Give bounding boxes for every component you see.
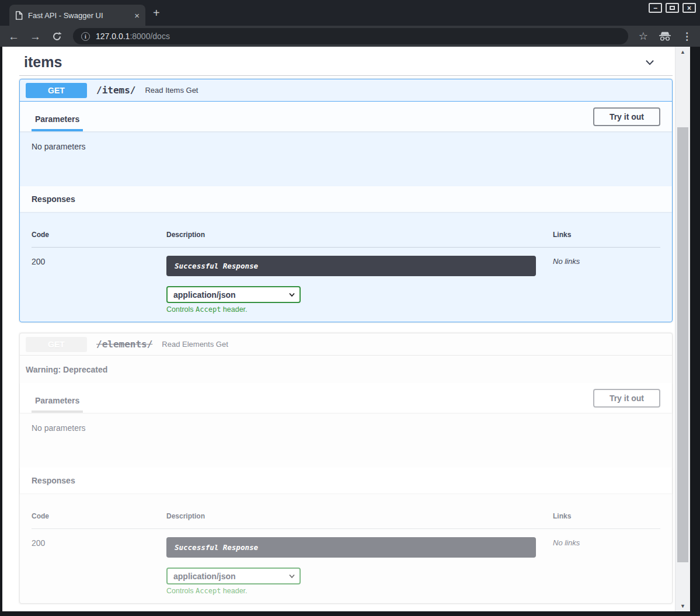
responses-table: Code Description Links 200 Successful Re… — [20, 493, 672, 603]
new-tab-button[interactable]: + — [153, 7, 160, 19]
deprecated-warning: Warning: Deprecated — [20, 356, 672, 383]
accept-header-note: Controls Accept header. — [166, 305, 553, 314]
opblock-summary[interactable]: GET /elements/ Read Elements Get — [20, 333, 672, 356]
scroll-up-icon[interactable]: ▲ — [675, 47, 690, 57]
no-parameters-text: No parameters — [20, 131, 672, 186]
back-button[interactable]: ← — [8, 31, 19, 42]
endpoint-path[interactable]: /elements/ — [96, 339, 152, 350]
http-method-badge: GET — [26, 337, 87, 352]
opblock-get-items: GET /items/ Read Items Get Parameters Tr… — [19, 79, 673, 322]
minimize-button[interactable]: − — [649, 3, 662, 13]
tab-close-icon[interactable]: × — [134, 11, 140, 20]
page-viewport: items GET /items/ Read Items Get Paramet… — [2, 47, 690, 611]
incognito-icon — [659, 32, 671, 41]
col-description: Description — [166, 231, 553, 239]
col-code: Code — [32, 231, 166, 239]
tab-title: Fast API - Swagger UI — [28, 11, 129, 20]
response-row-200: 200 Successful Response application/json… — [32, 529, 660, 595]
page-favicon-icon — [15, 11, 23, 20]
response-description-cell: Successful Response application/json Con… — [166, 538, 553, 595]
media-type-wrap: application/json — [166, 568, 301, 584]
tag-title: items — [24, 54, 62, 71]
try-it-out-button[interactable]: Try it out — [593, 107, 660, 126]
col-description: Description — [166, 512, 553, 520]
response-description: Successful Response — [166, 537, 536, 558]
responses-table: Code Description Links 200 Successful Re… — [20, 212, 672, 322]
bookmark-star-icon[interactable]: ☆ — [639, 30, 648, 43]
maximize-icon — [670, 6, 675, 10]
parameters-header: Parameters Try it out — [20, 102, 672, 131]
opblock-get-elements-deprecated: GET /elements/ Read Elements Get Warning… — [19, 333, 673, 604]
endpoint-summary: Read Elements Get — [162, 340, 228, 349]
close-window-button[interactable]: × — [682, 3, 696, 13]
browser-menu-icon[interactable]: ⋮ — [682, 30, 692, 43]
endpoint-path[interactable]: /items/ — [96, 85, 135, 96]
media-type-select[interactable]: application/json — [166, 286, 301, 303]
opblock-summary[interactable]: GET /items/ Read Items Get — [20, 79, 672, 102]
tab-parameters[interactable]: Parameters — [32, 114, 83, 131]
endpoint-summary: Read Items Get — [145, 86, 198, 95]
scrollbar-thumb[interactable] — [677, 127, 688, 562]
response-code: 200 — [32, 257, 166, 314]
responses-table-head: Code Description Links — [32, 512, 660, 529]
window-controls: − × — [649, 3, 696, 13]
response-description: Successful Response — [166, 256, 536, 276]
col-code: Code — [32, 512, 166, 520]
response-links: No links — [553, 538, 660, 595]
site-info-icon[interactable]: i — [81, 32, 90, 41]
http-method-badge: GET — [26, 83, 87, 98]
responses-table-head: Code Description Links — [32, 231, 660, 248]
forward-button[interactable]: → — [30, 31, 41, 42]
scroll-down-icon[interactable]: ▼ — [675, 601, 690, 611]
collapse-chevron-icon[interactable] — [643, 56, 656, 69]
response-description-cell: Successful Response application/json Con… — [166, 257, 553, 314]
swagger-ui: items GET /items/ Read Items Get Paramet… — [2, 47, 675, 611]
no-parameters-text: No parameters — [20, 413, 672, 468]
parameters-header: Parameters Try it out — [20, 383, 672, 413]
url-host: 127.0.0.1 — [96, 32, 130, 41]
col-links: Links — [553, 231, 660, 239]
try-it-out-button[interactable]: Try it out — [593, 389, 660, 408]
address-bar[interactable]: i 127.0.0.1:8000/docs — [73, 28, 628, 44]
response-code: 200 — [32, 538, 166, 595]
page-scrollbar[interactable]: ▲ ▼ — [675, 47, 690, 611]
media-type-wrap: application/json — [166, 286, 301, 303]
browser-toolbar: ← → i 127.0.0.1:8000/docs ☆ ⋮ — [0, 26, 700, 47]
response-row-200: 200 Successful Response application/json… — [32, 248, 660, 314]
media-type-select[interactable]: application/json — [166, 568, 301, 584]
responses-header: Responses — [20, 186, 672, 212]
tag-section-header[interactable]: items — [19, 51, 673, 76]
url-text: 127.0.0.1:8000/docs — [96, 32, 170, 41]
url-path: :8000/docs — [130, 32, 170, 41]
col-links: Links — [553, 512, 660, 520]
accept-header-note: Controls Accept header. — [166, 587, 553, 595]
maximize-button[interactable] — [666, 3, 679, 13]
responses-header: Responses — [20, 468, 672, 493]
browser-tab[interactable]: Fast API - Swagger UI × — [9, 5, 145, 26]
browser-titlebar: Fast API - Swagger UI × + − × — [0, 0, 700, 26]
response-links: No links — [553, 257, 660, 314]
tab-parameters[interactable]: Parameters — [32, 396, 83, 413]
reload-button[interactable] — [51, 31, 62, 42]
